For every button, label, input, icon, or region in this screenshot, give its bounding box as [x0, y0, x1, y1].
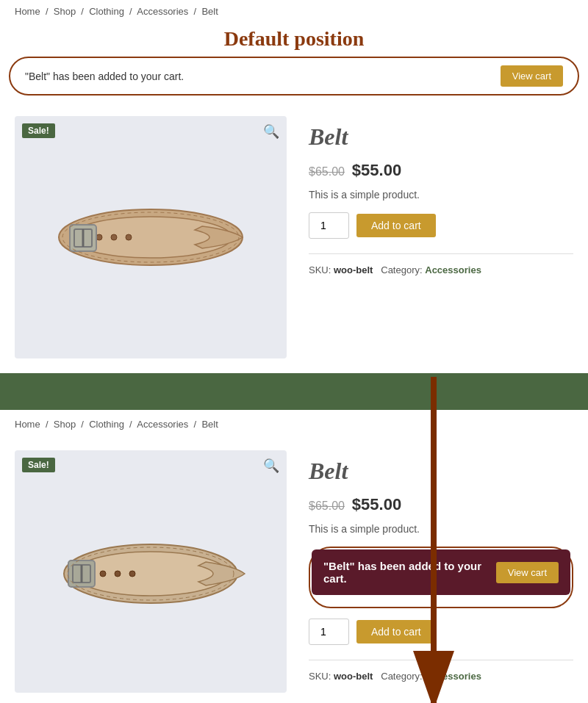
breadcrumb-shop-link[interactable]: Shop	[54, 6, 76, 17]
top-quantity-input[interactable]	[309, 212, 349, 239]
breadcrumb2-shop-link[interactable]: Shop	[54, 419, 76, 430]
breadcrumb2-clothing-link[interactable]: Clothing	[89, 419, 124, 430]
svg-point-4	[126, 234, 132, 240]
top-notification-wrapper: "Belt" has been added to your cart. View…	[0, 57, 588, 95]
top-zoom-icon[interactable]: 🔍	[263, 123, 279, 140]
bottom-product-image-wrap: Sale! 🔍	[15, 450, 287, 693]
top-sale-badge: Sale!	[22, 123, 55, 138]
top-product-meta: SKU: woo-belt Category: Accessories	[309, 253, 573, 275]
breadcrumb-bottom: Home / Shop / Clothing / Accessories / B…	[0, 410, 588, 436]
bottom-category-label: Category:	[381, 671, 422, 682]
bottom-sku-label: SKU:	[309, 671, 331, 682]
breadcrumb2-accessories-link[interactable]: Accessories	[137, 419, 188, 430]
bottom-price-new: $55.00	[352, 495, 401, 513]
bottom-product-meta: SKU: woo-belt Category: Accessories	[309, 660, 573, 682]
bottom-zoom-icon[interactable]: 🔍	[263, 458, 279, 474]
divider-bar	[0, 373, 588, 410]
top-price-wrap: $65.00 $55.00	[309, 161, 573, 180]
bottom-product-title: Belt	[309, 458, 573, 485]
top-category-label: Category:	[381, 264, 422, 275]
breadcrumb2-home-link[interactable]: Home	[15, 419, 40, 430]
breadcrumb-home-link[interactable]: Home	[15, 6, 40, 17]
breadcrumb-clothing-link[interactable]: Clothing	[89, 6, 124, 17]
bottom-product-section: Sale! 🔍 Belt	[0, 436, 588, 703]
top-price-new: $55.00	[352, 161, 401, 179]
second-section: Home / Shop / Clothing / Accessories / B…	[0, 410, 588, 703]
svg-point-3	[111, 234, 117, 240]
bottom-add-to-cart-button[interactable]: Add to cart	[356, 620, 436, 643]
bottom-price-old: $65.00	[309, 500, 345, 512]
bottom-belt-image	[55, 524, 246, 619]
svg-point-2	[96, 234, 102, 240]
bottom-view-cart-button[interactable]: View cart	[496, 562, 559, 583]
bottom-notification-message: "Belt" has been added to your cart.	[323, 560, 496, 585]
top-notification-message: "Belt" has been added to your cart.	[25, 71, 184, 82]
bottom-price-wrap: $65.00 $55.00	[309, 495, 573, 514]
svg-point-12	[74, 552, 228, 596]
bottom-notification-oval: "Belt" has been added to your cart. View…	[309, 547, 573, 608]
bottom-qty-add-wrap: Add to cart	[309, 619, 573, 645]
bottom-notification-bar: "Belt" has been added to your cart. View…	[312, 549, 570, 595]
top-view-cart-button[interactable]: View cart	[501, 65, 563, 87]
bottom-product-info: Belt $65.00 $55.00 This is a simple prod…	[309, 450, 573, 693]
bottom-sku-value: woo-belt	[334, 671, 373, 682]
svg-point-15	[129, 571, 135, 577]
top-qty-add-wrap: Add to cart	[309, 212, 573, 239]
top-product-section: Sale! 🔍 Belt	[0, 101, 588, 373]
bottom-category-link[interactable]: Accessories	[425, 671, 481, 682]
annotation-label: Default position	[0, 27, 588, 51]
top-sku-value: woo-belt	[334, 264, 373, 275]
breadcrumb2-current: Belt	[201, 419, 218, 430]
bottom-quantity-input[interactable]	[309, 619, 349, 645]
breadcrumb-current: Belt	[201, 6, 218, 17]
bottom-product-desc: This is a simple product.	[309, 523, 573, 535]
top-notification-bar: "Belt" has been added to your cart. View…	[9, 57, 579, 95]
svg-point-13	[100, 571, 106, 577]
top-product-image-wrap: Sale! 🔍	[15, 116, 287, 358]
top-product-desc: This is a simple product.	[309, 189, 573, 201]
top-price-old: $65.00	[309, 165, 345, 178]
top-product-info: Belt $65.00 $55.00 This is a simple prod…	[309, 116, 573, 358]
breadcrumb-top: Home / Shop / Clothing / Accessories / B…	[0, 0, 588, 23]
top-product-title: Belt	[309, 123, 573, 151]
top-add-to-cart-button[interactable]: Add to cart	[356, 214, 436, 237]
breadcrumb-accessories-link[interactable]: Accessories	[137, 6, 188, 17]
top-sku-label: SKU:	[309, 264, 331, 275]
top-category-link[interactable]: Accessories	[425, 264, 481, 275]
bottom-sale-badge: Sale!	[22, 458, 55, 472]
svg-point-14	[115, 571, 121, 577]
top-belt-image	[55, 190, 246, 285]
